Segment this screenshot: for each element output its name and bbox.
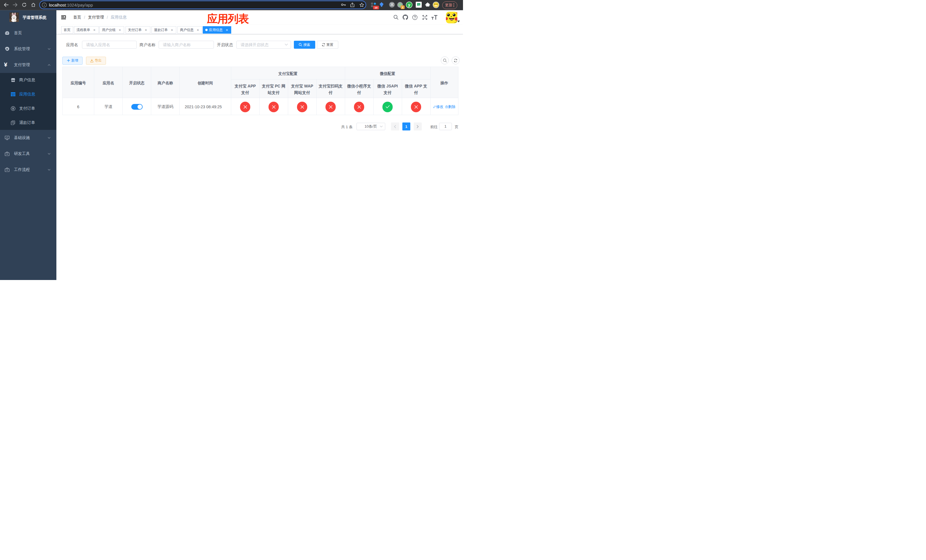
svg-text:y: y: [408, 2, 410, 7]
svg-text:⌘: ⌘: [390, 3, 394, 7]
